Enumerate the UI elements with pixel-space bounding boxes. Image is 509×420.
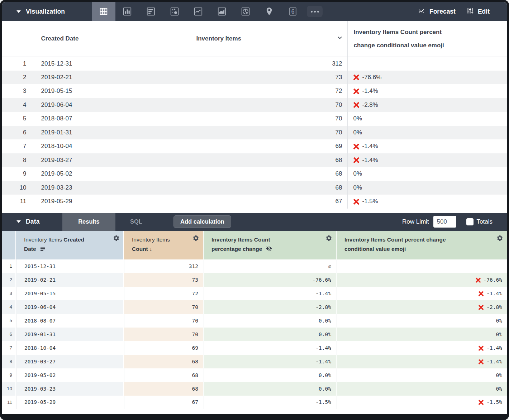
percentage-change-cell[interactable]: 0.0%: [203, 314, 336, 328]
created-date-cell[interactable]: 2019-02-21: [16, 273, 124, 287]
inventory-items-count-cell[interactable]: 312: [191, 57, 347, 71]
created-date-cell[interactable]: 2019-06-04: [34, 98, 191, 112]
percentage-change-cell[interactable]: -1.4%: [203, 287, 336, 300]
count-cell[interactable]: 312: [124, 259, 203, 273]
inventory-items-count-cell[interactable]: 70: [191, 126, 347, 140]
percent-change-emoji-cell[interactable]: -1.5%: [347, 195, 507, 209]
gear-icon[interactable]: [496, 235, 503, 243]
percentage-change-cell[interactable]: -1.4%: [203, 355, 336, 368]
created-date-cell[interactable]: 2018-08-07: [16, 314, 124, 328]
forecast-button[interactable]: Forecast: [412, 2, 461, 21]
percent-change-emoji-cell[interactable]: -76.6%: [347, 71, 507, 85]
gear-icon[interactable]: [113, 235, 120, 243]
percent-change-emoji-cell[interactable]: 0%: [336, 368, 507, 382]
tab-results[interactable]: Results: [62, 213, 115, 231]
created-date-cell[interactable]: 2019-05-02: [16, 368, 124, 382]
inventory-items-count-cell[interactable]: 73: [191, 71, 347, 85]
percent-change-emoji-calc-header[interactable]: Inventory Items Count percent change con…: [336, 231, 507, 259]
inventory-items-count-cell[interactable]: 72: [191, 84, 347, 98]
percent-change-emoji-cell[interactable]: [347, 57, 507, 71]
percent-change-emoji-cell[interactable]: -1.4%: [347, 153, 507, 167]
created-date-cell[interactable]: 2018-08-07: [34, 112, 191, 126]
created-date-cell[interactable]: 2019-05-15: [34, 84, 191, 98]
percentage-change-cell[interactable]: -2.8%: [203, 300, 336, 314]
percent-change-emoji-column-header[interactable]: Inventory Items Count percent change con…: [347, 21, 507, 57]
percent-change-emoji-cell[interactable]: -76.6%: [336, 273, 507, 287]
created-date-cell[interactable]: 2019-02-21: [34, 71, 191, 85]
count-cell[interactable]: 67: [124, 396, 203, 409]
percentage-change-calc-header[interactable]: Inventory Items Count percentage change: [203, 231, 336, 259]
vis-type-line-button[interactable]: [186, 2, 210, 21]
inventory-items-count-cell[interactable]: 69: [191, 139, 347, 153]
created-date-cell[interactable]: 2019-01-31: [34, 126, 191, 140]
percentage-change-cell[interactable]: -1.4%: [203, 341, 336, 355]
created-date-cell[interactable]: 2019-03-27: [16, 355, 124, 368]
count-cell[interactable]: 70: [124, 314, 203, 328]
count-cell[interactable]: 68: [124, 368, 203, 382]
count-cell[interactable]: 72: [124, 287, 203, 300]
created-date-cell[interactable]: 2019-05-29: [16, 396, 124, 409]
vis-type-column-button[interactable]: [115, 2, 139, 21]
created-date-cell[interactable]: 2015-12-31: [34, 57, 191, 71]
vis-type-area-button[interactable]: [210, 2, 234, 21]
gear-icon[interactable]: [192, 235, 199, 243]
count-cell[interactable]: 68: [124, 355, 203, 368]
percent-change-emoji-cell[interactable]: 0%: [347, 167, 507, 181]
count-cell[interactable]: 68: [124, 382, 203, 396]
data-section-toggle[interactable]: Data: [2, 213, 62, 231]
percentage-change-cell[interactable]: 0.0%: [203, 328, 336, 341]
percentage-change-cell[interactable]: ∅: [203, 259, 336, 273]
vis-type-pie-button[interactable]: [234, 2, 257, 21]
created-date-cell[interactable]: 2018-10-04: [16, 341, 124, 355]
inventory-items-count-cell[interactable]: 68: [191, 181, 347, 195]
percent-change-emoji-cell[interactable]: -1.5%: [336, 396, 507, 409]
percent-change-emoji-cell[interactable]: -2.8%: [347, 98, 507, 112]
percent-change-emoji-cell[interactable]: 0%: [336, 328, 507, 341]
percent-change-emoji-cell[interactable]: 0%: [347, 112, 507, 126]
vis-type-single-value-button[interactable]: 6: [281, 2, 305, 21]
percentage-change-cell[interactable]: 0.0%: [203, 382, 336, 396]
percent-change-emoji-cell[interactable]: -1.4%: [347, 139, 507, 153]
percent-change-emoji-cell[interactable]: -1.4%: [336, 341, 507, 355]
created-date-cell[interactable]: 2019-06-04: [16, 300, 124, 314]
percentage-change-cell[interactable]: 0.0%: [203, 368, 336, 382]
chevron-down-icon[interactable]: [337, 34, 343, 43]
more-vis-types-button[interactable]: [305, 2, 325, 21]
vis-type-table-button[interactable]: [92, 2, 115, 21]
count-cell[interactable]: 70: [124, 328, 203, 341]
row-limit-input[interactable]: [433, 216, 456, 228]
created-date-cell[interactable]: 2019-01-31: [16, 328, 124, 341]
created-date-cell[interactable]: 2015-12-31: [16, 259, 124, 273]
percent-change-emoji-cell[interactable]: 0%: [347, 181, 507, 195]
vis-type-bar-button[interactable]: [139, 2, 163, 21]
created-date-cell[interactable]: 2019-03-23: [34, 181, 191, 195]
percent-change-emoji-cell[interactable]: -1.4%: [347, 84, 507, 98]
created-date-cell[interactable]: 2019-05-29: [34, 195, 191, 209]
percent-change-emoji-cell[interactable]: 0%: [347, 126, 507, 140]
inventory-items-count-cell[interactable]: 70: [191, 112, 347, 126]
created-date-field-header[interactable]: Inventory Items Created Date: [16, 231, 124, 259]
percentage-change-cell[interactable]: -76.6%: [203, 273, 336, 287]
created-date-cell[interactable]: 2019-03-27: [34, 153, 191, 167]
percent-change-emoji-cell[interactable]: -1.4%: [336, 287, 507, 300]
vis-type-map-button[interactable]: [257, 2, 281, 21]
created-date-cell[interactable]: 2019-05-02: [34, 167, 191, 181]
gear-icon[interactable]: [325, 235, 332, 243]
inventory-items-count-cell[interactable]: 70: [191, 98, 347, 112]
percent-change-emoji-cell[interactable]: 0%: [336, 382, 507, 396]
count-cell[interactable]: 73: [124, 273, 203, 287]
inventory-items-count-cell[interactable]: 68: [191, 167, 347, 181]
created-date-cell[interactable]: 2018-10-04: [34, 139, 191, 153]
inventory-items-count-cell[interactable]: 67: [191, 195, 347, 209]
percent-change-emoji-cell[interactable]: [336, 259, 507, 273]
created-date-column-header[interactable]: Created Date: [34, 21, 191, 57]
count-cell[interactable]: 70: [124, 300, 203, 314]
percent-change-emoji-cell[interactable]: -1.4%: [336, 355, 507, 368]
inventory-items-column-header[interactable]: Inventory Items: [191, 21, 347, 57]
add-calculation-button[interactable]: Add calculation: [173, 215, 231, 228]
created-date-cell[interactable]: 2019-05-15: [16, 287, 124, 300]
edit-button[interactable]: Edit: [461, 2, 495, 21]
visualization-section-toggle[interactable]: Visualization: [2, 2, 92, 21]
tab-sql[interactable]: SQL: [115, 213, 157, 231]
count-field-header[interactable]: Inventory Items Count ↓: [124, 231, 203, 259]
